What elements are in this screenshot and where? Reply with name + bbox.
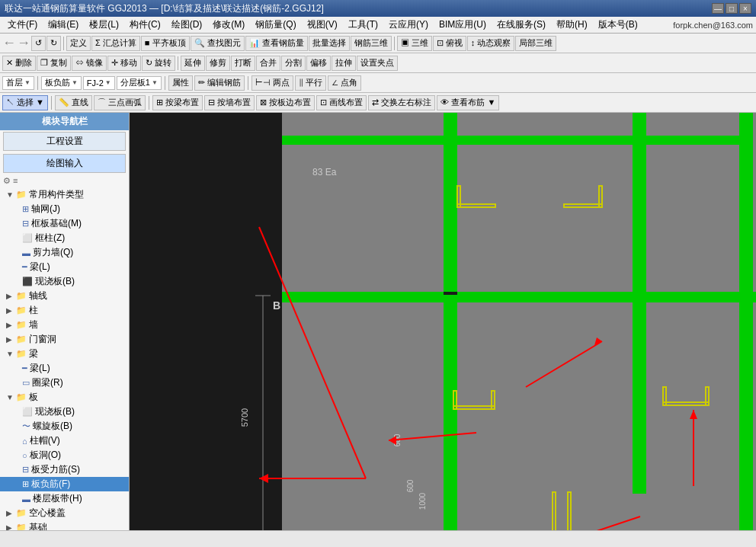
menu-file[interactable]: 文件(F) [3,17,42,33]
tree-item-wall-group[interactable]: ▶ 📁 墙 [0,318,129,332]
two-point-button[interactable]: ⊢⊣ 两点 [251,75,293,91]
project-settings-button[interactable]: 工程设置 [3,132,126,151]
minimize-button[interactable]: — [712,3,724,14]
tree-item-castslab[interactable]: ⬛ 现浇板(B) [0,274,129,289]
menu-tools[interactable]: 工具(T) [344,17,383,33]
view-rebar-dist-button[interactable]: 👁 查看布筋 ▼ [437,95,499,110]
line-tool[interactable]: 📏 直线 [55,95,92,110]
menu-draw[interactable]: 绘图(D) [167,17,207,33]
define-button[interactable]: 定义 [66,36,91,51]
tree-item-beam-l[interactable]: ━ 梁(L) [0,361,129,376]
3d-button[interactable]: ▣ 三维 [397,36,432,51]
maximize-button[interactable]: □ [726,3,738,14]
close-button[interactable]: × [739,3,751,14]
menu-rebar[interactable]: 钢筋量(Q) [251,17,300,33]
tree-item-slab-neg-rebar[interactable]: ⊞ 板负筋(F) [0,477,129,491]
tree-item-col-cap[interactable]: ⌂ 柱帽(V) [0,433,129,448]
titlebar: 联达一站通钢筋算量软件 GGJ2013 — [D:\结算及描述\联达描述(钢筋-… [0,0,756,17]
move-button[interactable]: ✛ 移动 [107,56,141,71]
find-button[interactable]: 🔍 查找图元 [191,36,245,51]
line-layout-button[interactable]: ⊡ 画线布置 [316,95,367,110]
back-button[interactable]: ← [2,35,16,51]
menu-floor[interactable]: 楼层(L) [85,17,123,33]
sigma-button[interactable]: Σ 汇总计算 [91,36,140,51]
menu-online[interactable]: 在线服务(S) [492,17,550,33]
tree-item-slab-group[interactable]: ▼ 📁 板 [0,390,129,405]
svg-rect-8 [282,292,756,302]
tree-item-foundation-group[interactable]: ▶ 📁 基础 [0,520,129,530]
arc-tool[interactable]: ⌒ 三点画弧 [94,95,146,110]
menu-bim[interactable]: BIM应用(U) [434,17,491,33]
type-selector[interactable]: FJ-2 ▼ [83,76,115,90]
drawing-input-button[interactable]: 绘图输入 [3,154,126,173]
forward-button[interactable]: → [17,35,30,51]
by-beam-button[interactable]: ⊞ 按梁布置 [152,95,203,110]
tree-item-ring-beam[interactable]: ▭ 圈梁(R) [0,376,129,390]
tree-item-cast-slab[interactable]: ⬜ 现浇板(B) [0,405,129,419]
view-rebar-button[interactable]: 📊 查看钢筋量 [245,36,308,51]
title-text: 联达一站通钢筋算量软件 GGJ2013 — [D:\结算及描述\联达描述(钢筋-… [5,2,324,15]
tree-item-door-window[interactable]: ▶ 📁 门窗洞 [0,332,129,347]
dynamic-view-button[interactable]: ↕ 动态观察 [467,36,515,51]
extend-button[interactable]: 延伸 [181,56,205,71]
menu-version[interactable]: 版本号(B) [594,17,642,33]
menu-help[interactable]: 帮助(H) [552,17,592,33]
rotate-button[interactable]: ↻ 旋转 [142,56,175,71]
align-top-button[interactable]: ■ 平齐板顶 [141,36,190,51]
select-tool[interactable]: ↖ 选择 ▼ [2,95,48,110]
offset-button[interactable]: 偏移 [306,56,331,71]
toolbar-edit: ✕ 删除 ❐ 复制 ⇔ 镜像 ✛ 移动 ↻ 旋转 延伸 修剪 打断 合并 分割 … [0,53,756,73]
tree-item-col-group[interactable]: ▶ 📁 柱 [0,303,129,318]
redo-button[interactable]: ↻ [46,36,61,51]
split-button[interactable]: 分割 [281,56,306,71]
local-3d-button[interactable]: 局部三维 [515,36,556,51]
floor-selector[interactable]: 首层 ▼ [2,76,34,90]
layer-selector[interactable]: 分层板1 ▼ [117,76,162,90]
member-selector[interactable]: 板负筋 ▼ [41,76,82,90]
user-email: forpk.chen@163.com [673,21,753,30]
menu-edit[interactable]: 编辑(E) [43,17,83,33]
sep5 [165,76,165,90]
grip-button[interactable]: 设置夹点 [357,56,398,71]
tree-item-hollow-slab[interactable]: ▶ 📁 空心楼盖 [0,506,129,520]
batch-select-button[interactable]: 批量选择 [309,36,350,51]
sidebar-nav: 工程设置 绘图输入 [0,130,129,174]
edit-rebar-button[interactable]: ✏ 编辑钢筋 [194,75,245,91]
tree-item-foundation[interactable]: ⊟ 框板基础(M) [0,216,129,231]
merge-button[interactable]: 合并 [256,56,280,71]
rebar3d-button[interactable]: 钢筋三维 [351,36,392,51]
canvas-area[interactable]: 5700 600 600 1000 600 B A [130,113,756,530]
separator2 [394,37,395,50]
mirror-button[interactable]: ⇔ 镜像 [72,56,107,71]
menu-cloud[interactable]: 云应用(Y) [384,17,433,33]
delete-button[interactable]: ✕ 删除 [2,56,36,71]
copy-button[interactable]: ❐ 复制 [37,56,71,71]
by-edge-button[interactable]: ⊠ 按板边布置 [256,95,315,110]
tree-item-spiral-slab[interactable]: 〜 螺旋板(B) [0,419,129,433]
tree-item-slab-rebar[interactable]: ⊟ 板受力筋(S) [0,462,129,477]
menu-modify[interactable]: 修改(M) [208,17,249,33]
undo-button[interactable]: ↺ [31,36,46,51]
stretch-button[interactable]: 拉伸 [332,56,356,71]
trim-button[interactable]: 修剪 [206,56,230,71]
tree-item-beam[interactable]: ━ 梁(L) [0,260,129,274]
tree-item-column[interactable]: ⬜ 框柱(Z) [0,231,129,245]
menu-view[interactable]: 视图(V) [303,17,342,33]
tree-item-axis[interactable]: ▶ 📁 轴线 [0,289,129,303]
top-view-button[interactable]: ⊡ 俯视 [433,36,466,51]
break-button[interactable]: 打断 [231,56,255,71]
tree-item-beam-group[interactable]: ▼ 📁 梁 [0,347,129,361]
tree-item-slab-hole[interactable]: ○ 板洞(O) [0,448,129,462]
tree-item-grid[interactable]: ⊞ 轴网(J) [0,202,129,216]
svg-text:600: 600 [406,479,415,492]
menu-member[interactable]: 构件(C) [125,17,165,33]
property-button[interactable]: 属性 [168,75,193,91]
tree-item-shearwall[interactable]: ▬ 剪力墙(Q) [0,245,129,260]
swap-label-button[interactable]: ⇄ 交换左右标注 [368,95,435,110]
tree-item-common[interactable]: ▼ 📁 常用构件类型 [0,187,129,202]
tree-item-floor-strip[interactable]: ▬ 楼层板带(H) [0,491,129,506]
svg-rect-9 [444,113,457,530]
parallel-button[interactable]: ∥ 平行 [295,75,326,91]
by-wall-button[interactable]: ⊟ 按墙布置 [204,95,255,110]
point-angle-button[interactable]: ∠ 点角 [328,75,361,91]
